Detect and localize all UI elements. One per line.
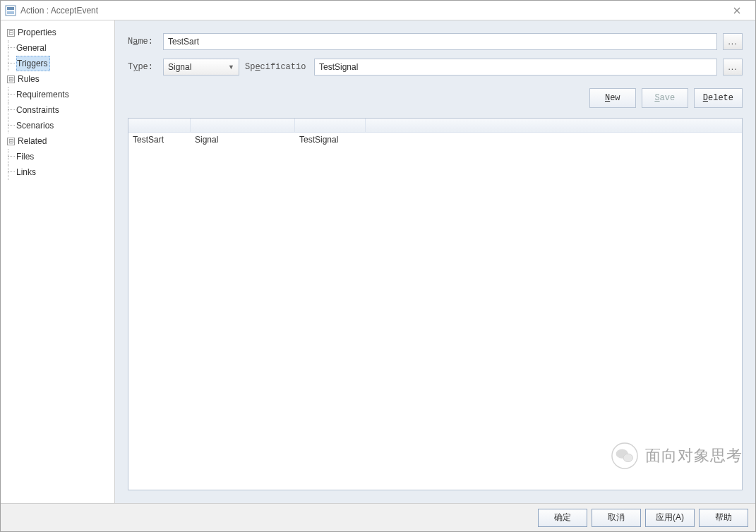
tree-label-triggers: Triggers [16,56,50,71]
close-button[interactable] [723,1,751,20]
grid-row[interactable]: TestSart Signal TestSignal [128,133,742,147]
save-button[interactable]: Save [642,88,688,108]
new-button[interactable]: New [589,88,636,108]
grid-header-col2[interactable] [191,119,295,132]
tree-label-properties: Properties [5,25,59,40]
tree-label-general: General [16,40,49,56]
tree-node-requirements[interactable]: Requirements [16,87,112,102]
grid-header-col1[interactable] [128,119,191,132]
main-panel: Name: ... Type: Signal ▼ Specificatio ..… [115,20,755,503]
tree-node-scenarios[interactable]: Scenarios [16,118,112,133]
grid-header [128,119,742,133]
label-type: Type: [128,62,157,72]
cancel-button[interactable]: 取消 [592,509,641,527]
tree-node-related[interactable]: Related Files Links [5,133,112,180]
dialog-window: Action : AcceptEvent Properties General [0,0,756,532]
tree-node-properties[interactable]: Properties General Triggers [5,25,112,71]
sidebar: Properties General Triggers Rules [1,20,115,503]
tree-label-links: Links [16,164,38,180]
tree-label-requirements: Requirements [16,87,71,102]
window-title: Action : AcceptEvent [20,6,723,16]
triggers-grid[interactable]: TestSart Signal TestSignal [128,118,743,490]
row-name: Name: ... [128,33,743,50]
name-input[interactable] [163,33,717,50]
tree-node-files[interactable]: Files [16,149,112,164]
grid-cell-type: Signal [191,135,295,145]
help-button[interactable]: 帮助 [699,509,748,527]
close-icon [733,7,740,14]
tree-node-triggers[interactable]: Triggers [16,56,112,71]
tree-node-links[interactable]: Links [16,164,112,180]
tree-label-constraints: Constraints [16,102,61,118]
app-icon [5,5,16,16]
chevron-down-icon: ▼ [228,64,234,71]
content-area: Properties General Triggers Rules [1,20,755,503]
tree-node-general[interactable]: General [16,40,112,56]
tree-node-rules[interactable]: Rules Requirements Constraints Scenarios [5,71,112,133]
label-name: Name: [128,37,157,47]
type-value: Signal [168,62,191,72]
apply-button[interactable]: 应用(A) [645,509,695,527]
svg-rect-1 [7,7,14,10]
type-combobox[interactable]: Signal ▼ [163,59,239,75]
tree-label-scenarios: Scenarios [16,118,56,133]
label-specification: Specificatio [245,62,308,72]
spec-browse-button[interactable]: ... [723,59,743,75]
action-buttons: New Save Delete [128,88,743,108]
ok-button[interactable]: 确定 [538,509,587,527]
tree-node-constraints[interactable]: Constraints [16,102,112,118]
grid-body: TestSart Signal TestSignal [128,133,742,490]
form-area: Name: ... Type: Signal ▼ Specificatio ..… [128,33,743,75]
grid-cell-name: TestSart [128,135,191,145]
specification-input[interactable] [314,59,717,75]
tree-label-rules: Rules [5,71,42,87]
nav-tree: Properties General Triggers Rules [4,25,112,180]
delete-button[interactable]: Delete [694,88,743,108]
grid-header-col3[interactable] [295,119,366,132]
svg-rect-2 [7,11,14,14]
titlebar: Action : AcceptEvent [1,1,755,20]
tree-label-related: Related [5,133,49,149]
name-browse-button[interactable]: ... [723,33,743,50]
row-type-spec: Type: Signal ▼ Specificatio ... [128,59,743,75]
tree-label-files: Files [16,149,36,164]
dialog-footer: 确定 取消 应用(A) 帮助 [1,503,755,531]
grid-cell-spec: TestSignal [295,135,366,145]
